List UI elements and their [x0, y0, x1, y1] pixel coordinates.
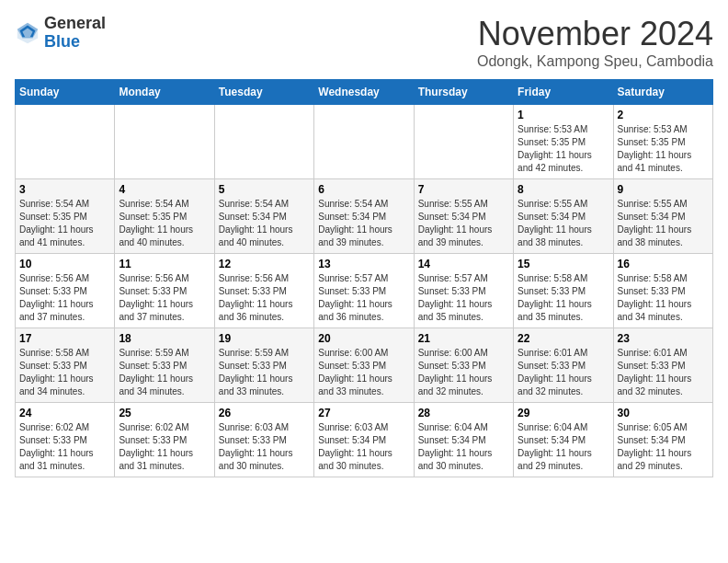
- calendar-cell: 4Sunrise: 5:54 AM Sunset: 5:35 PM Daylig…: [115, 179, 214, 254]
- day-number: 18: [119, 332, 210, 345]
- day-number: 17: [19, 332, 110, 345]
- day-info: Sunrise: 6:00 AM Sunset: 5:33 PM Dayligh…: [418, 347, 509, 398]
- calendar-cell: 25Sunrise: 6:02 AM Sunset: 5:33 PM Dayli…: [115, 403, 214, 477]
- day-info: Sunrise: 5:55 AM Sunset: 5:34 PM Dayligh…: [618, 198, 709, 249]
- calendar-week-row: 17Sunrise: 5:58 AM Sunset: 5:33 PM Dayli…: [16, 328, 713, 403]
- day-info: Sunrise: 5:56 AM Sunset: 5:33 PM Dayligh…: [119, 272, 210, 324]
- calendar-body: 1Sunrise: 5:53 AM Sunset: 5:35 PM Daylig…: [16, 105, 713, 477]
- logo-blue: Blue: [44, 33, 106, 52]
- day-number: 11: [119, 258, 210, 270]
- logo-general: General: [44, 15, 106, 33]
- calendar-cell: [115, 105, 214, 179]
- day-number: 16: [618, 258, 709, 270]
- day-number: 24: [19, 407, 110, 419]
- day-number: 4: [119, 183, 210, 196]
- day-number: 27: [318, 407, 409, 419]
- day-info: Sunrise: 5:53 AM Sunset: 5:35 PM Dayligh…: [618, 123, 709, 175]
- day-info: Sunrise: 5:56 AM Sunset: 5:33 PM Dayligh…: [219, 272, 310, 324]
- day-number: 30: [618, 407, 709, 419]
- day-number: 9: [618, 183, 709, 196]
- calendar-week-row: 3Sunrise: 5:54 AM Sunset: 5:35 PM Daylig…: [16, 179, 713, 254]
- calendar-cell: 20Sunrise: 6:00 AM Sunset: 5:33 PM Dayli…: [314, 328, 414, 403]
- day-info: Sunrise: 5:54 AM Sunset: 5:34 PM Dayligh…: [318, 198, 409, 249]
- weekday-header: Sunday: [16, 80, 115, 105]
- day-number: 12: [219, 258, 310, 270]
- calendar-cell: 13Sunrise: 5:57 AM Sunset: 5:33 PM Dayli…: [314, 254, 414, 328]
- page-header: General Blue November 2024 Odongk, Kampo…: [15, 15, 713, 70]
- calendar-table: SundayMondayTuesdayWednesdayThursdayFrid…: [15, 79, 713, 477]
- day-number: 1: [518, 109, 609, 121]
- day-number: 20: [318, 332, 409, 345]
- calendar-cell: 30Sunrise: 6:05 AM Sunset: 5:34 PM Dayli…: [613, 403, 712, 477]
- calendar-cell: 2Sunrise: 5:53 AM Sunset: 5:35 PM Daylig…: [613, 105, 712, 179]
- calendar-cell: [214, 105, 313, 179]
- day-info: Sunrise: 5:54 AM Sunset: 5:35 PM Dayligh…: [19, 198, 110, 249]
- day-info: Sunrise: 5:53 AM Sunset: 5:35 PM Dayligh…: [518, 123, 609, 175]
- calendar-cell: 16Sunrise: 5:58 AM Sunset: 5:33 PM Dayli…: [613, 254, 712, 328]
- month-title: November 2024: [477, 15, 713, 53]
- weekday-header: Monday: [115, 80, 214, 105]
- calendar-cell: 21Sunrise: 6:00 AM Sunset: 5:33 PM Dayli…: [414, 328, 513, 403]
- weekday-header: Saturday: [613, 80, 712, 105]
- calendar-cell: 23Sunrise: 6:01 AM Sunset: 5:33 PM Dayli…: [613, 328, 712, 403]
- calendar-cell: 10Sunrise: 5:56 AM Sunset: 5:33 PM Dayli…: [16, 254, 115, 328]
- weekday-header: Friday: [514, 80, 613, 105]
- day-number: 6: [318, 183, 409, 196]
- calendar-cell: 19Sunrise: 5:59 AM Sunset: 5:33 PM Dayli…: [214, 328, 313, 403]
- calendar-cell: 11Sunrise: 5:56 AM Sunset: 5:33 PM Dayli…: [115, 254, 214, 328]
- calendar-cell: 29Sunrise: 6:04 AM Sunset: 5:34 PM Dayli…: [514, 403, 613, 477]
- day-info: Sunrise: 5:58 AM Sunset: 5:33 PM Dayligh…: [518, 272, 609, 324]
- calendar-cell: [16, 105, 115, 179]
- day-info: Sunrise: 6:05 AM Sunset: 5:34 PM Dayligh…: [618, 421, 709, 473]
- calendar-cell: [314, 105, 414, 179]
- day-number: 22: [518, 332, 609, 345]
- day-number: 25: [119, 407, 210, 419]
- calendar-cell: 26Sunrise: 6:03 AM Sunset: 5:33 PM Dayli…: [214, 403, 313, 477]
- calendar-week-row: 1Sunrise: 5:53 AM Sunset: 5:35 PM Daylig…: [16, 105, 713, 179]
- day-info: Sunrise: 6:04 AM Sunset: 5:34 PM Dayligh…: [518, 421, 609, 473]
- day-info: Sunrise: 5:56 AM Sunset: 5:33 PM Dayligh…: [19, 272, 110, 324]
- title-block: November 2024 Odongk, Kampong Speu, Camb…: [477, 15, 713, 70]
- day-info: Sunrise: 5:59 AM Sunset: 5:33 PM Dayligh…: [219, 347, 310, 398]
- calendar-cell: 5Sunrise: 5:54 AM Sunset: 5:34 PM Daylig…: [214, 179, 313, 254]
- calendar-week-row: 10Sunrise: 5:56 AM Sunset: 5:33 PM Dayli…: [16, 254, 713, 328]
- calendar-cell: 18Sunrise: 5:59 AM Sunset: 5:33 PM Dayli…: [115, 328, 214, 403]
- day-number: 15: [518, 258, 609, 270]
- day-info: Sunrise: 6:01 AM Sunset: 5:33 PM Dayligh…: [518, 347, 609, 398]
- logo: General Blue: [15, 15, 106, 52]
- calendar-cell: 22Sunrise: 6:01 AM Sunset: 5:33 PM Dayli…: [514, 328, 613, 403]
- weekday-header: Wednesday: [314, 80, 414, 105]
- day-number: 2: [618, 109, 709, 121]
- calendar-header: SundayMondayTuesdayWednesdayThursdayFrid…: [16, 80, 713, 105]
- calendar-cell: 15Sunrise: 5:58 AM Sunset: 5:33 PM Dayli…: [514, 254, 613, 328]
- calendar-cell: 14Sunrise: 5:57 AM Sunset: 5:33 PM Dayli…: [414, 254, 513, 328]
- day-info: Sunrise: 6:03 AM Sunset: 5:34 PM Dayligh…: [318, 421, 409, 473]
- weekday-row: SundayMondayTuesdayWednesdayThursdayFrid…: [16, 80, 713, 105]
- day-number: 13: [318, 258, 409, 270]
- day-number: 19: [219, 332, 310, 345]
- calendar-cell: 6Sunrise: 5:54 AM Sunset: 5:34 PM Daylig…: [314, 179, 414, 254]
- day-number: 10: [19, 258, 110, 270]
- day-number: 28: [418, 407, 509, 419]
- day-number: 14: [418, 258, 509, 270]
- day-info: Sunrise: 6:02 AM Sunset: 5:33 PM Dayligh…: [19, 421, 110, 473]
- calendar-cell: 17Sunrise: 5:58 AM Sunset: 5:33 PM Dayli…: [16, 328, 115, 403]
- day-info: Sunrise: 6:03 AM Sunset: 5:33 PM Dayligh…: [219, 421, 310, 473]
- day-info: Sunrise: 6:02 AM Sunset: 5:33 PM Dayligh…: [119, 421, 210, 473]
- calendar-cell: 8Sunrise: 5:55 AM Sunset: 5:34 PM Daylig…: [514, 179, 613, 254]
- day-info: Sunrise: 5:59 AM Sunset: 5:33 PM Dayligh…: [119, 347, 210, 398]
- day-number: 29: [518, 407, 609, 419]
- day-info: Sunrise: 5:55 AM Sunset: 5:34 PM Dayligh…: [418, 198, 509, 249]
- weekday-header: Thursday: [414, 80, 513, 105]
- day-number: 21: [418, 332, 509, 345]
- day-info: Sunrise: 5:57 AM Sunset: 5:33 PM Dayligh…: [318, 272, 409, 324]
- day-number: 5: [219, 183, 310, 196]
- day-number: 26: [219, 407, 310, 419]
- calendar-cell: 3Sunrise: 5:54 AM Sunset: 5:35 PM Daylig…: [16, 179, 115, 254]
- calendar-cell: 9Sunrise: 5:55 AM Sunset: 5:34 PM Daylig…: [613, 179, 712, 254]
- day-info: Sunrise: 5:54 AM Sunset: 5:34 PM Dayligh…: [219, 198, 310, 249]
- weekday-header: Tuesday: [214, 80, 313, 105]
- day-number: 23: [618, 332, 709, 345]
- day-info: Sunrise: 6:04 AM Sunset: 5:34 PM Dayligh…: [418, 421, 509, 473]
- day-number: 3: [19, 183, 110, 196]
